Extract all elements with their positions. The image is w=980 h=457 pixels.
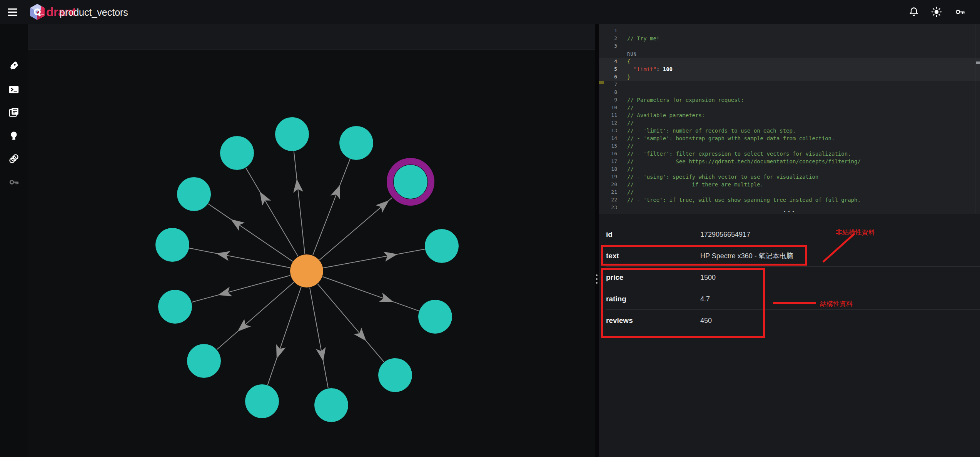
payload-row: rating4.7 <box>599 288 980 310</box>
editor-line[interactable]: 20// if there are multiple. <box>599 181 980 188</box>
editor-line[interactable]: 12// <box>599 119 980 127</box>
graph-edge <box>246 168 298 256</box>
graph-node[interactable] <box>177 177 211 211</box>
edge-arrow-icon <box>379 292 395 306</box>
line-number: 8 <box>599 88 617 96</box>
editor-line[interactable]: 18// <box>599 165 980 173</box>
collection-title: product_vectors <box>60 7 128 18</box>
rings-icon[interactable] <box>8 153 19 164</box>
payload-value: HP Spectre x360 - 笔记本电脑 <box>700 251 793 261</box>
editor-line[interactable]: 4{ <box>599 58 980 65</box>
line-number: 15 <box>599 142 617 150</box>
graph-node[interactable] <box>187 344 221 378</box>
line-number: 22 <box>599 196 617 204</box>
collections-icon[interactable] <box>8 107 19 118</box>
editor-line[interactable]: 5 "limit": 100 <box>599 65 980 73</box>
edge-arrow-icon <box>255 189 271 206</box>
line-content: } <box>617 73 630 81</box>
graph-edge <box>317 284 384 362</box>
line-number: 2 <box>599 35 617 42</box>
graph-node[interactable] <box>245 384 279 418</box>
panel-resize-handle[interactable] <box>595 24 599 457</box>
graph-node[interactable] <box>378 358 412 392</box>
editor-line[interactable]: 7 <box>599 81 980 88</box>
terminal-icon[interactable] <box>8 84 19 95</box>
editor-line[interactable]: 15// <box>599 142 980 150</box>
edge-arrow-icon <box>354 327 370 344</box>
editor-line[interactable]: 3 <box>599 42 980 50</box>
editor-line[interactable]: 10// <box>599 104 980 111</box>
key-icon[interactable] <box>955 7 965 17</box>
editor-lines: 12// Try me!3RUN4{5 "limit": 1006}789// … <box>599 27 980 211</box>
editor-line[interactable]: 11// Available parameters: <box>599 111 980 119</box>
line-number <box>599 50 617 58</box>
payload-key: rating <box>599 295 700 303</box>
editor-line[interactable]: 21// <box>599 188 980 196</box>
graph-node-selected[interactable] <box>394 165 427 199</box>
editor-line[interactable]: 8 <box>599 88 980 96</box>
code-editor[interactable]: 12// Try me!3RUN4{5 "limit": 1006}789// … <box>599 24 980 214</box>
editor-line[interactable]: 17// See https://qdrant.tech/documentati… <box>599 158 980 165</box>
editor-line[interactable]: 13// - 'limit': number of records to use… <box>599 127 980 135</box>
editor-scrollbar-thumb[interactable] <box>976 61 980 64</box>
line-content: // Parameters for expansion request: <box>617 96 744 104</box>
line-number: 18 <box>599 165 617 173</box>
line-number: 12 <box>599 119 617 127</box>
graph-node[interactable] <box>275 117 309 151</box>
line-number: 6 <box>599 73 617 81</box>
edge-arrow-icon <box>331 183 345 199</box>
editor-scrollbar-track[interactable] <box>975 24 975 214</box>
payload-key: id <box>599 230 700 239</box>
line-content <box>617 42 627 50</box>
menu-icon[interactable] <box>8 7 18 17</box>
editor-line[interactable]: RUN <box>599 50 980 58</box>
graph-panel-header <box>28 24 595 50</box>
rocket-icon[interactable] <box>8 61 19 71</box>
edge-arrow-icon <box>228 215 245 231</box>
edge-arrow-icon <box>215 248 230 261</box>
line-content: { <box>617 58 630 65</box>
graph-node[interactable] <box>158 290 192 324</box>
payload-value: 1500 <box>700 274 716 282</box>
line-content: RUN <box>617 50 637 58</box>
graph-node[interactable] <box>220 136 254 170</box>
editor-line[interactable]: 22// - 'tree': if true, will use show sp… <box>599 196 980 204</box>
editor-line[interactable]: 1 <box>599 27 980 35</box>
edge-arrow-icon <box>292 178 303 193</box>
lightbulb-icon[interactable] <box>8 130 19 141</box>
line-content: // <box>617 188 634 196</box>
graph-node[interactable] <box>425 229 459 263</box>
line-number: 4 <box>599 58 617 65</box>
graph-node[interactable] <box>339 126 373 160</box>
back-arrow-icon[interactable]: ← <box>34 6 48 20</box>
editor-line[interactable]: 6} <box>599 73 980 81</box>
key-icon-disabled[interactable] <box>8 177 19 188</box>
sun-icon[interactable] <box>931 7 942 17</box>
editor-line[interactable]: 19// - 'using': specify which vector to … <box>599 173 980 181</box>
line-content: // Available parameters: <box>617 111 705 119</box>
graph-canvas[interactable] <box>28 50 595 457</box>
graph-edge <box>323 249 424 268</box>
graph-node[interactable] <box>418 300 452 334</box>
top-navbar: drant <box>0 0 980 24</box>
line-content: "limit": 100 <box>617 65 673 73</box>
line-content: // <box>617 119 634 127</box>
payload-value: 4.7 <box>700 295 710 303</box>
editor-line[interactable]: 16// - 'filter': filter expression to se… <box>599 150 980 158</box>
graph-edge <box>310 287 328 388</box>
line-content: // - 'limit': number of records to use o… <box>617 127 796 135</box>
line-content <box>617 27 627 35</box>
graph-node-center[interactable] <box>290 254 323 287</box>
line-content: // See https://qdrant.tech/documentation… <box>617 158 861 165</box>
line-content: // <box>617 165 634 173</box>
editor-line[interactable]: 2// Try me! <box>599 35 980 42</box>
edge-arrow-icon <box>316 347 328 362</box>
bell-icon[interactable] <box>908 7 919 17</box>
line-number: 20 <box>599 181 617 188</box>
editor-line[interactable]: 14// - 'sample': bootstrap graph with sa… <box>599 135 980 142</box>
graph-node[interactable] <box>314 388 348 422</box>
editor-expand-handle[interactable]: ... <box>599 207 980 214</box>
graph-node[interactable] <box>155 228 189 262</box>
graph-edge <box>294 151 305 254</box>
editor-line[interactable]: 9// Parameters for expansion request: <box>599 96 980 104</box>
